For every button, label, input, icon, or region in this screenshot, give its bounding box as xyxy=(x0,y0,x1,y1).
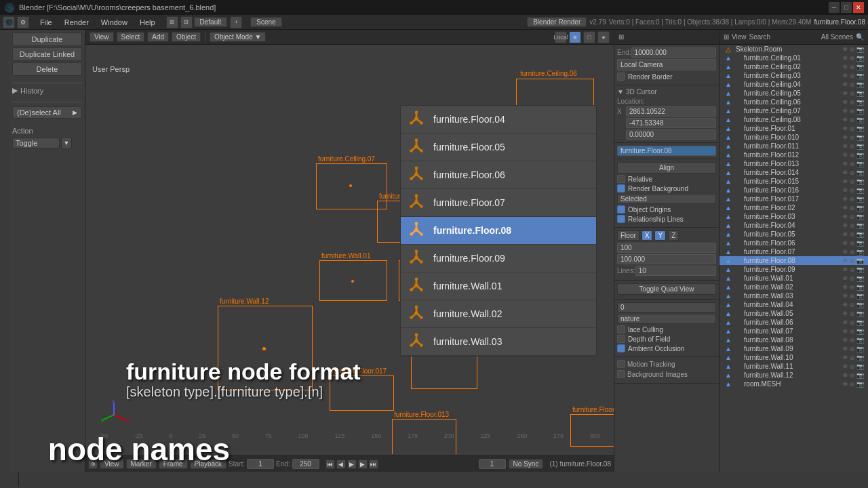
play-btn[interactable]: ▶ xyxy=(347,460,357,469)
outliner-item-furniture-Wall-01[interactable]: ▲furniture.Wall.01👁⊕📷 xyxy=(719,274,868,283)
eye-icon[interactable]: 👁 xyxy=(842,310,848,317)
delete-button[interactable]: Delete xyxy=(12,62,82,76)
cursor-icon[interactable]: ⊕ xyxy=(850,328,855,335)
cursor-icon[interactable]: ⊕ xyxy=(850,134,855,141)
relative-checkbox[interactable] xyxy=(617,175,625,183)
outliner-item-furniture-Floor-014[interactable]: ▲furniture.Floor.014👁⊕📷 xyxy=(719,168,868,177)
add-menu[interactable]: Add xyxy=(147,32,169,42)
action-dropdown-btn[interactable]: ▼ xyxy=(61,137,72,149)
cursor-icon[interactable]: ⊕ xyxy=(850,222,855,229)
menu-render[interactable]: Render xyxy=(59,17,94,28)
render-icon[interactable]: 📷 xyxy=(856,169,864,176)
nature-field[interactable]: nature xyxy=(617,314,716,324)
outliner-item-furniture-Ceiling-02[interactable]: ▲furniture.Ceiling.02👁⊕📷 xyxy=(719,62,868,71)
x-axis-btn[interactable]: X xyxy=(642,230,653,241)
all-scenes-label[interactable]: All Scenes xyxy=(821,33,853,41)
object-origins-checkbox[interactable] xyxy=(617,205,625,214)
workspace-selector[interactable]: Default xyxy=(194,17,228,27)
object-dropdown[interactable]: furniture.Floor.04 furniture.Floor.05 fu… xyxy=(400,105,597,357)
cursor-icon[interactable]: ⊕ xyxy=(850,249,855,256)
close-button[interactable]: ✕ xyxy=(853,2,864,13)
cursor-icon[interactable]: ⊕ xyxy=(850,108,855,115)
outliner-item-furniture-Ceiling-06[interactable]: ▲furniture.Ceiling.06👁⊕📷 xyxy=(719,98,868,106)
outliner-item-room-MESH[interactable]: ▲room.MESH👁⊕📷 xyxy=(719,380,868,388)
eye-icon[interactable]: 👁 xyxy=(842,117,848,123)
eye-icon[interactable]: 👁 xyxy=(842,319,848,326)
floor-btn[interactable]: Floor xyxy=(617,230,639,241)
settings-icon-btn[interactable]: ⚙ xyxy=(17,16,29,28)
render-icon[interactable]: 📷 xyxy=(856,319,864,326)
view-btn[interactable]: View xyxy=(100,459,124,469)
cursor-icon[interactable]: ⊕ xyxy=(850,196,855,203)
cursor-icon[interactable]: ⊕ xyxy=(850,64,855,70)
duplicate-linked-button[interactable]: Duplicate Linked xyxy=(12,47,82,61)
eye-icon[interactable]: 👁 xyxy=(842,64,848,70)
cursor-icon[interactable]: ⊕ xyxy=(850,125,855,132)
render-icon[interactable]: 📷 xyxy=(856,354,864,361)
cursor-icon[interactable]: ⊕ xyxy=(850,372,855,379)
cursor-icon[interactable]: ⊕ xyxy=(850,284,855,291)
y-axis-btn[interactable]: Y xyxy=(654,230,666,241)
cursor-y-field[interactable]: -471.53348 xyxy=(626,118,716,128)
dropdown-item-furniture-Floor-06[interactable]: furniture.Floor.06 xyxy=(401,161,596,189)
eye-icon[interactable]: 👁 xyxy=(842,143,848,150)
eye-icon[interactable]: 👁 xyxy=(842,222,848,229)
cursor-icon[interactable]: ⊕ xyxy=(850,73,855,79)
outliner-item-furniture-Floor-016[interactable]: ▲furniture.Floor.016👁⊕📷 xyxy=(719,186,868,195)
eye-icon[interactable]: 👁 xyxy=(842,258,848,264)
outliner-item-furniture-Ceiling-03[interactable]: ▲furniture.Ceiling.03👁⊕📷 xyxy=(719,71,868,80)
render-icon[interactable]: 📷 xyxy=(856,161,864,167)
object-mode-selector[interactable]: Object Mode ▼ xyxy=(210,32,266,42)
render-icon[interactable]: 📷 xyxy=(856,134,864,141)
eye-icon[interactable]: 👁 xyxy=(842,231,848,238)
scene-object-floor06[interactable]: furniture.Floor.06 xyxy=(570,414,614,447)
render-icon[interactable]: 📷 xyxy=(856,64,864,70)
eye-icon[interactable]: 👁 xyxy=(842,46,848,53)
dropdown-item-furniture-Floor-09[interactable]: furniture.Floor.09 xyxy=(401,245,596,272)
sync-selector[interactable]: No Sync xyxy=(509,459,544,469)
eye-icon[interactable]: 👁 xyxy=(842,169,848,176)
outliner-item-furniture-Ceiling-01[interactable]: ▲furniture.Ceiling.01👁⊕📷 xyxy=(719,54,868,62)
eye-icon[interactable]: 👁 xyxy=(842,81,848,88)
outliner-item-furniture-Floor-010[interactable]: ▲furniture.Floor.010👁⊕📷 xyxy=(719,133,868,142)
relationship-lines-checkbox[interactable] xyxy=(617,215,625,223)
viewport-shading-render[interactable]: ● xyxy=(597,31,610,43)
render-icon[interactable]: 📷 xyxy=(856,99,864,106)
eye-icon[interactable]: 👁 xyxy=(842,293,848,300)
z-axis-btn[interactable]: Z xyxy=(668,230,679,241)
render-icon[interactable]: 📷 xyxy=(856,258,864,264)
render-icon[interactable]: 📷 xyxy=(856,231,864,238)
outliner-item-furniture-Wall-06[interactable]: ▲furniture.Wall.06👁⊕📷 xyxy=(719,318,868,327)
eye-icon[interactable]: 👁 xyxy=(842,214,848,220)
ao-checkbox[interactable] xyxy=(617,344,625,352)
eye-icon[interactable]: 👁 xyxy=(842,187,848,194)
outliner-item-furniture-Floor-02[interactable]: ▲furniture.Floor.02👁⊕📷 xyxy=(719,203,868,212)
scene-object-floor017[interactable]: furniture.Floor.017 xyxy=(330,375,394,411)
outliner-item-furniture-Wall-08[interactable]: ▲furniture.Wall.08👁⊕📷 xyxy=(719,336,868,344)
cursor-icon[interactable]: ⊕ xyxy=(850,240,855,247)
render-icon[interactable]: 📷 xyxy=(856,240,864,247)
outliner-item-furniture-Floor-09[interactable]: ▲furniture.Floor.09👁⊕📷 xyxy=(719,265,868,274)
outliner-item-furniture-Floor-03[interactable]: ▲furniture.Floor.03👁⊕📷 xyxy=(719,212,868,221)
start-field[interactable]: 1 xyxy=(247,459,274,469)
eye-icon[interactable]: 👁 xyxy=(842,152,848,159)
play-next-btn[interactable]: ▶ xyxy=(358,460,368,469)
cursor-icon[interactable]: ⊕ xyxy=(850,346,855,352)
play-prev-btn[interactable]: ◀ xyxy=(336,460,346,469)
frame-btn[interactable]: Frame xyxy=(159,459,188,469)
render-icon[interactable]: 📷 xyxy=(856,152,864,159)
scene-type-icon[interactable]: ⊕ xyxy=(88,460,98,469)
eye-icon[interactable]: 👁 xyxy=(842,73,848,79)
render-icon[interactable]: 📷 xyxy=(856,73,864,79)
viewport-shading-solid[interactable]: ■ xyxy=(569,31,581,43)
outliner-item-furniture-Wall-11[interactable]: ▲furniture.Wall.11👁⊕📷 xyxy=(719,362,868,371)
dropdown-item-furniture-Floor-08[interactable]: furniture.Floor.08 xyxy=(401,217,596,245)
eye-icon[interactable]: 👁 xyxy=(842,249,848,256)
outliner-item-furniture-Ceiling-07[interactable]: ▲furniture.Ceiling.07👁⊕📷 xyxy=(719,106,868,115)
cursor-icon[interactable]: ⊕ xyxy=(850,214,855,220)
render-icon[interactable]: 📷 xyxy=(856,178,864,185)
scene-object-floor016[interactable]: furniture.Floor.016 xyxy=(411,352,477,389)
engine-selector[interactable]: Blender Render xyxy=(527,17,587,27)
eye-icon[interactable]: 👁 xyxy=(842,125,848,132)
render-bg-selected[interactable]: Selected xyxy=(617,194,716,204)
